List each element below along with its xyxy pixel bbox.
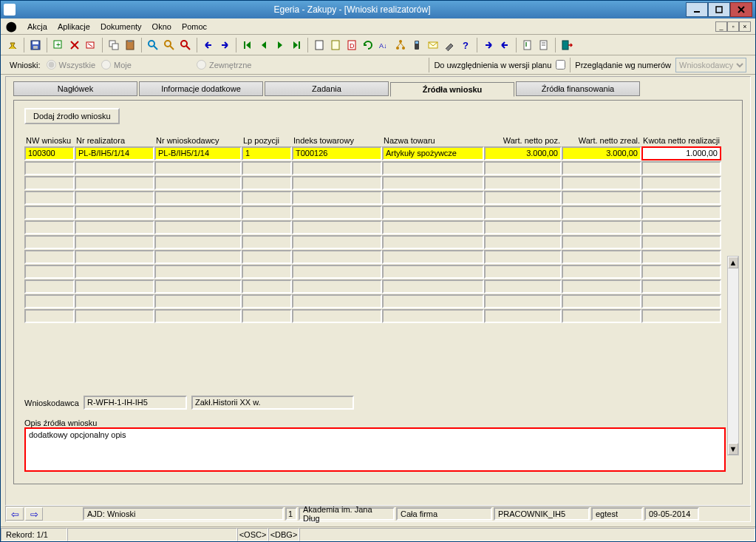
mail-icon[interactable]	[426, 38, 440, 52]
paste-icon[interactable]	[123, 38, 137, 52]
refind-icon[interactable]	[162, 38, 177, 52]
status-app: AJD: Wnioski	[83, 507, 284, 521]
arrow-left-icon[interactable]	[201, 38, 216, 52]
close-button[interactable]	[730, 2, 752, 17]
svg-line-33	[398, 43, 401, 47]
doc1-icon[interactable]	[312, 38, 327, 52]
find-icon[interactable]	[146, 38, 160, 52]
svg-rect-5	[33, 41, 38, 44]
opis-label: Opis źródła wniosku	[24, 419, 97, 427]
svg-rect-36	[415, 41, 418, 44]
cell-wart-zreal[interactable]: 3.000,00	[562, 146, 641, 160]
mdi-close[interactable]: ×	[739, 21, 751, 32]
wnioskodawca-name[interactable]: Zakł.Historii XX w.	[191, 396, 354, 410]
sort-icon[interactable]: A↓	[377, 38, 392, 52]
tab-info[interactable]: Informacje dodatkowe	[139, 81, 263, 96]
svg-rect-1	[716, 7, 722, 13]
help-icon[interactable]: ?	[458, 38, 473, 52]
scroll-down-icon[interactable]: ▼	[728, 443, 738, 455]
svg-rect-44	[562, 41, 568, 50]
cell-lp[interactable]: 1	[242, 146, 292, 160]
wnioskodawca-code[interactable]: R-WFH-1-IH-IH5	[84, 396, 187, 410]
svg-line-22	[186, 46, 190, 50]
bottom-nav: ⇦ ⇨ AJD: Wnioski 1 Akademia im. Jana Dłu…	[5, 506, 751, 522]
cell-nr-real[interactable]: PL-B/IH5/1/14	[75, 146, 154, 160]
arrow-left2-icon[interactable]	[497, 38, 512, 52]
radio-wszystkie	[47, 60, 56, 70]
menu-dokumenty[interactable]: Dokumenty	[96, 21, 146, 33]
svg-line-18	[154, 46, 157, 50]
cell-wart-poz[interactable]: 3.000,00	[484, 146, 562, 160]
tab-finans[interactable]: Źródła finansowania	[516, 81, 640, 96]
minimize-button[interactable]	[686, 2, 708, 17]
svg-text:D: D	[350, 42, 355, 50]
refresh-icon[interactable]	[361, 38, 375, 52]
pin-icon[interactable]	[5, 38, 20, 52]
arrow-right-icon[interactable]	[217, 38, 232, 52]
clear-icon[interactable]	[84, 38, 98, 52]
last-icon[interactable]	[289, 38, 304, 52]
maximize-button[interactable]	[708, 2, 730, 17]
cell-nazwa[interactable]: Artykuły spożywcze	[382, 146, 484, 160]
svg-rect-25	[316, 41, 323, 50]
status-date: 09-05-2014	[644, 507, 699, 521]
tree-icon[interactable]	[393, 38, 408, 52]
cell-indeks[interactable]: T000126	[292, 146, 382, 160]
doc2-icon[interactable]	[328, 38, 343, 52]
menu-okno[interactable]: Okno	[148, 21, 176, 33]
cell-kwota[interactable]: 1.000,00	[641, 146, 721, 160]
table-row[interactable]: 100300 PL-B/IH5/1/14 PL-B/IH5/1/14 1 T00…	[24, 146, 732, 160]
filter-label: Wnioski:	[10, 61, 41, 70]
radio-zewnetrzne	[197, 60, 206, 70]
first-icon[interactable]	[240, 38, 255, 52]
mdi-restore[interactable]: ▫	[727, 21, 739, 32]
svg-point-30	[399, 40, 402, 43]
report1-icon[interactable]	[520, 38, 535, 52]
cell-nw[interactable]: 100300	[24, 146, 75, 160]
svg-line-20	[170, 46, 174, 50]
cell-nr-wn[interactable]: PL-B/IH5/1/14	[154, 146, 242, 160]
status-osc: <OSC>	[237, 528, 268, 541]
checkbox-uwzgl[interactable]	[556, 60, 565, 70]
prev-icon[interactable]	[256, 38, 271, 52]
tab-zrodla[interactable]: Źródła wniosku	[390, 82, 514, 97]
status-rest	[299, 528, 755, 541]
exit-icon[interactable]	[559, 38, 574, 52]
dodaj-zrodlo-button[interactable]: Dodaj źrodło wniosku	[24, 108, 120, 124]
arrow-right2-icon[interactable]	[481, 38, 496, 52]
menu-pomoc[interactable]: Pomoc	[177, 21, 211, 33]
status-user: PRACOWNIK_IH5	[494, 507, 590, 521]
delete-icon[interactable]	[67, 38, 82, 52]
label-przegl: Przeglądanie wg numerów	[575, 61, 671, 70]
menu-aplikacje[interactable]: Aplikacje	[53, 21, 95, 33]
save-icon[interactable]	[28, 38, 43, 52]
phone-icon[interactable]	[409, 38, 424, 52]
nav-next-button[interactable]: ⇨	[25, 507, 43, 521]
next-icon[interactable]	[273, 38, 287, 52]
wnioskodawca-label: Wnioskodawca	[24, 399, 79, 407]
copy-icon[interactable]	[106, 38, 121, 52]
mdi-minimize[interactable]: _	[715, 21, 727, 32]
select-przegl: Wnioskodawcy	[675, 58, 746, 72]
status-empty	[67, 528, 237, 541]
tabs: Nagłówek Informacje dodatkowe Zadania Źr…	[13, 81, 743, 96]
opis-textarea[interactable]: dodatkowy opcjonalny opis	[24, 427, 726, 472]
tool-icon[interactable]	[442, 38, 457, 52]
status-org: Akademia im. Jana Dług	[299, 507, 395, 521]
nav-prev-button[interactable]: ⇦	[6, 507, 24, 521]
col-nr-real: Nr realizatora	[75, 135, 154, 146]
scrollbar[interactable]: ▲ ▼	[727, 256, 739, 455]
doc-red-icon[interactable]: D	[344, 38, 359, 52]
tab-zadania[interactable]: Zadania	[265, 81, 389, 96]
report2-icon[interactable]	[537, 38, 551, 52]
app-icon	[4, 4, 16, 16]
col-kwota: Kwota netto realizacji	[641, 135, 721, 146]
findx-icon[interactable]	[178, 38, 193, 52]
svg-text:A↓: A↓	[379, 42, 387, 50]
radio-moje	[101, 60, 111, 70]
tab-naglowek[interactable]: Nagłówek	[13, 81, 137, 96]
menu-akcja[interactable]: Akcja	[23, 21, 52, 33]
add-icon[interactable]: +	[51, 38, 66, 52]
scroll-up-icon[interactable]: ▲	[728, 257, 738, 268]
system-menu-icon[interactable]: ⬤	[5, 21, 17, 33]
